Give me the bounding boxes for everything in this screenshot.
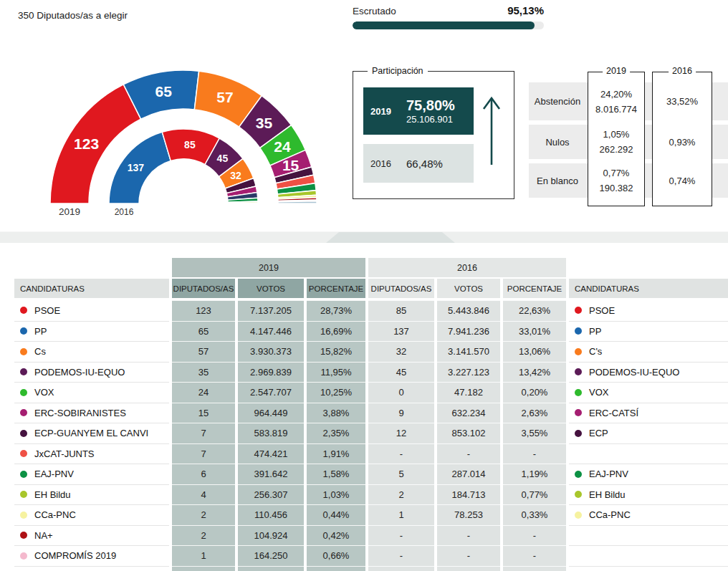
divider-notch (326, 232, 455, 243)
seat-count-label: 137 (128, 162, 145, 173)
votos-2019-cell: 104.924 (238, 525, 304, 546)
diputados-2019-cell: 2 (172, 504, 235, 525)
votos-2016-cell: 5.443.846 (437, 300, 500, 321)
party-cell-2019: PODEMOS-IU-EQUO (14, 362, 169, 383)
party-cell-2019: ERC-SOBIRANISTES (14, 403, 169, 423)
table-row: NA+2104.9240,42%--- (14, 525, 728, 546)
porcentaje-2016-cell: 33,01% (503, 321, 566, 342)
table-row: ERC-SOBIRANISTES15964.4493,88%9632.2342,… (14, 403, 728, 423)
col-header-candidaturas-left: CANDIDATURAS (14, 279, 169, 298)
table-row-partial (14, 566, 728, 571)
votos-2016-cell: 632.234 (437, 403, 500, 423)
party-cell-2016: EH Bildu (569, 484, 728, 505)
empty-cell (503, 566, 566, 571)
porcentaje-2016-cell: 0,77% (503, 484, 566, 505)
table-row: PSOE1237.137.20528,73%855.443.84622,63%P… (14, 300, 728, 321)
diputados-2016-cell: 1 (368, 504, 434, 525)
party-cell-2019: VOX (14, 382, 169, 403)
empty-cell (307, 566, 365, 571)
diputados-2019-cell: 65 (172, 321, 235, 342)
party-name: CCa-PNC (34, 509, 76, 520)
porcentaje-2016-cell: 22,63% (503, 300, 566, 321)
stat-label: Abstención (529, 82, 586, 120)
diputados-2016-cell: 137 (368, 321, 434, 342)
party-cell-2019: EH Bildu (14, 484, 169, 505)
porcentaje-2019-cell: 1,58% (307, 464, 365, 484)
party-name: COMPROMÍS 2019 (34, 550, 116, 561)
participation-2016-pct: 66,48% (406, 158, 443, 170)
seat-count-label: 35 (256, 115, 273, 131)
party-cell-2019: PP (14, 321, 169, 342)
party-color-dot (575, 430, 582, 437)
votos-2019-cell: 583.819 (238, 423, 304, 443)
party-name: JxCAT-JUNTS (34, 448, 95, 459)
empty-cell (368, 566, 434, 571)
porcentaje-2019-cell: 15,82% (307, 341, 365, 362)
diputados-2016-cell: 32 (368, 341, 434, 362)
party-cell-2016 (569, 525, 728, 546)
participation-2019-year: 2019 (363, 106, 406, 117)
table-row: EH Bildu4256.3071,03%2184.7130,77%EH Bil… (14, 484, 728, 505)
party-color-dot (20, 471, 27, 478)
party-color-dot (20, 512, 27, 519)
votos-2016-cell: 3.141.570 (437, 341, 500, 362)
diputados-2016-cell: 9 (368, 403, 434, 423)
votos-2019-cell: 474.421 (238, 443, 304, 464)
stats-2019-box: 2019 24,20%8.016.7741,05%262.2920,77%190… (588, 72, 645, 206)
party-name: NA+ (34, 530, 53, 541)
party-cell-2016: EAJ-PNV (569, 464, 728, 484)
col-header-diputados-2019: DIPUTADOS/AS (172, 279, 235, 298)
party-cell-2016: PSOE (569, 300, 728, 321)
election-results-page: 350 Diputados/as a elegir Escrutado 95,1… (0, 0, 728, 571)
diputados-2019-cell: 2 (172, 525, 235, 546)
party-cell-2019: ECP-GUANYEM EL CANVI (14, 423, 169, 443)
porcentaje-2019-cell: 3,88% (307, 403, 365, 423)
party-color-dot (20, 368, 27, 375)
diputados-2019-cell: 15 (172, 403, 235, 423)
stats-2016-label: 2016 (669, 66, 696, 76)
party-name: EH Bildu (589, 489, 626, 500)
col-header-votos-2019: VOTOS (238, 279, 304, 298)
porcentaje-2019-cell: 11,95% (307, 362, 365, 383)
party-name: PSOE (34, 305, 60, 316)
diputados-2019-cell: 7 (172, 423, 235, 443)
party-color-dot (20, 450, 27, 457)
votos-2016-cell: 7.941.236 (437, 321, 500, 342)
votos-2016-cell: 287.014 (437, 464, 500, 484)
table-row: Cs573.930.37315,82%323.141.57013,06%C's (14, 341, 728, 362)
escrutado-block: Escrutado 95,13% (353, 4, 544, 29)
party-color-dot (20, 430, 27, 437)
stat-2019-value: 1,05%262.292 (588, 125, 644, 160)
party-cell-2016 (569, 545, 728, 566)
ring-year-label: 2019 (59, 206, 80, 217)
participation-panel: Participación 2019 75,80% 25.106.901 201… (353, 66, 514, 199)
diputados-2016-cell: 45 (368, 362, 434, 383)
party-name: VOX (589, 387, 608, 398)
diputados-2016-cell: 5 (368, 464, 434, 484)
votos-2019-cell: 2.547.707 (238, 382, 304, 403)
seat-count-label: 123 (74, 135, 99, 152)
party-color-dot (20, 532, 27, 539)
party-cell-2016: CCa-PNC (569, 504, 728, 525)
party-color-dot (575, 512, 582, 519)
votos-2016-cell: - (437, 525, 500, 546)
party-color-dot (575, 471, 582, 478)
party-cell-2016: PP (569, 321, 728, 342)
party-cell-2016: PODEMOS-IU-EQUO (569, 362, 728, 383)
table-row: ECP-GUANYEM EL CANVI7583.8192,35%12853.1… (14, 423, 728, 443)
votos-2019-cell: 256.307 (238, 484, 304, 505)
votos-2016-cell: 853.102 (437, 423, 500, 443)
table-row: COMPROMÍS 20191164.2500,66%--- (14, 545, 728, 566)
votos-2019-cell: 4.147.446 (238, 321, 304, 342)
party-color-dot (575, 389, 582, 396)
stat-2019-value: 24,20%8.016.774 (588, 83, 644, 121)
participation-2019-row: 2019 75,80% 25.106.901 (363, 87, 474, 135)
stat-2016-value: 0,93% (653, 125, 712, 160)
abstention-stats-panel: 2019 24,20%8.016.7741,05%262.2920,77%190… (529, 64, 728, 209)
hemicycle-segment (228, 203, 258, 203)
party-cell-2019: JxCAT-JUNTS (14, 443, 169, 464)
participation-2019-votes: 25.106.901 (406, 114, 455, 125)
party-color-dot (575, 348, 582, 355)
stats-2016-box: 2016 33,52%0,93%0,74% (652, 72, 712, 206)
party-color-dot (20, 491, 27, 498)
